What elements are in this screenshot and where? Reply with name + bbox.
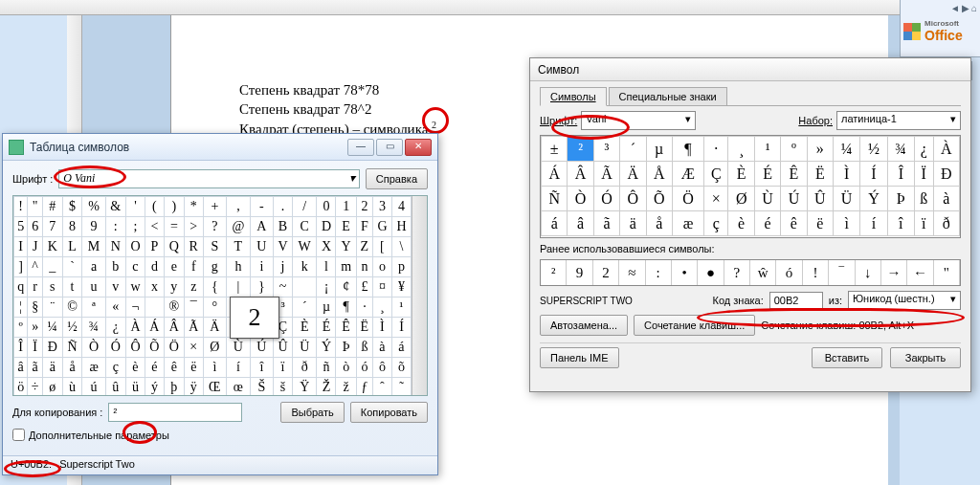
charmap-cell[interactable]: Â [164,318,184,338]
charmap-cell[interactable]: ö [14,378,28,396]
symbol-cell[interactable]: ã [593,211,619,236]
charmap-cell[interactable]: ÷ [28,378,43,396]
charmap-cell[interactable]: 7 [42,217,62,237]
symbol-cell[interactable]: ì [833,211,859,236]
symbol-cell[interactable]: Ä [620,162,646,187]
charmap-cell[interactable]: F [356,217,372,237]
charmap-cell[interactable]: ð [292,358,317,378]
copy-input[interactable] [108,403,242,422]
charmap-cell[interactable]: ¬ [125,298,145,318]
charmap-cell[interactable]: è [125,358,145,378]
charmap-cell[interactable]: ¦ [14,298,28,318]
charmap-cell[interactable]: œ [226,378,250,396]
charmap-cell[interactable]: Ì [372,318,391,338]
symbol-cell[interactable]: ¹ [754,137,780,162]
charmap-cell[interactable]: ß [356,338,372,358]
charmap-cell[interactable]: p [391,257,411,277]
scrollbar[interactable] [412,196,427,395]
symbol-cell[interactable]: Å [646,162,672,187]
charmap-cell[interactable]: à [372,338,391,358]
charmap-cell[interactable]: ¢ [336,277,356,298]
charmap-cell[interactable]: z [184,277,203,298]
charmap-cell[interactable]: Š [250,378,273,396]
charmap-cell[interactable]: ˜ [391,378,411,396]
symbol-cell[interactable]: ± [542,137,568,162]
charmap-cell[interactable]: Ï [28,338,43,358]
charmap-cell[interactable]: ® [164,298,184,318]
symbol-cell[interactable]: é [754,211,780,236]
symbol-cell[interactable]: Ì [833,162,859,187]
charmap-cell[interactable]: ˆ [372,378,391,396]
charmap-cell[interactable]: 0 [317,197,336,217]
charmap-cell[interactable]: 8 [62,217,82,237]
charmap-cell[interactable]: Õ [145,338,164,358]
charmap-cell[interactable]: È [292,318,317,338]
charmap-cell[interactable]: ¾ [82,318,105,338]
charmap-cell[interactable]: Ñ [62,338,82,358]
charmap-cell[interactable]: / [292,197,317,217]
charmap-cell[interactable]: º [14,318,28,338]
symbol-cell[interactable]: » [807,137,833,162]
symbol-cell[interactable]: Ã [593,162,619,187]
code-input[interactable] [769,292,823,309]
charmap-cell[interactable]: ] [14,257,28,277]
symbol-cell[interactable]: ß [914,187,933,211]
symbol-cell[interactable]: Ê [781,162,807,187]
charmap-cell[interactable]: õ [391,358,411,378]
charmap-cell[interactable]: À [125,318,145,338]
symbol-grid[interactable]: ±²³´µ¶·¸¹º»¼½¾¿ÀÁÂÃÄÅÆÇÈÉÊËÌÍÎÏÐÑÒÓÔÕÖ×Ø… [540,135,961,238]
copy-button[interactable]: Копировать [350,402,428,423]
symbol-cell[interactable]: Õ [646,187,672,211]
charmap-cell[interactable]: t [62,277,82,298]
symbol-cell[interactable]: å [646,211,672,236]
charmap-cell[interactable]: ¿ [105,318,125,338]
charmap-cell[interactable]: n [356,257,372,277]
charmap-cell[interactable]: ø [42,378,62,396]
charmap-cell[interactable]: É [317,318,336,338]
charmap-cell[interactable]: ¸ [372,298,391,318]
recent-char[interactable]: " [934,260,960,285]
charmap-cell[interactable]: P [145,237,164,257]
charmap-cell[interactable]: ­ [145,298,164,318]
charmap-cell[interactable]: J [28,237,43,257]
charmap-grid[interactable]: !"#$%&'()*+,-./0123456789:;<=>?@ABCDEFGH… [12,195,428,396]
symbol-cell[interactable]: ë [807,211,833,236]
charmap-cell[interactable]: Þ [336,338,356,358]
charmap-cell[interactable]: Ë [356,318,372,338]
symbol-cell[interactable]: ½ [860,137,887,162]
charmap-cell[interactable]: å [62,358,82,378]
charmap-cell[interactable]: 4 [391,197,411,217]
symbol-cell[interactable]: · [704,137,728,162]
recent-char[interactable]: ↓ [856,260,881,285]
charmap-cell[interactable]: # [42,197,62,217]
charmap-cell[interactable]: Ó [105,338,125,358]
symbol-cell[interactable]: Â [568,162,593,187]
charmap-cell[interactable]: Z [356,237,372,257]
charmap-cell[interactable]: Ä [203,318,226,338]
charmap-cell[interactable]: Ü [292,338,317,358]
symbol-cell[interactable]: ³ [593,137,619,162]
charmap-cell[interactable]: ¹ [391,298,411,318]
charmap-cell[interactable]: š [274,378,293,396]
charmap-cell[interactable]: ; [125,217,145,237]
charmap-cell[interactable]: 2 [356,197,372,217]
charmap-cell[interactable]: ä [42,358,62,378]
charmap-cell[interactable]: á [391,338,411,358]
symbol-cell[interactable]: Ù [754,187,780,211]
charmap-cell[interactable]: r [28,277,43,298]
symbol-cell[interactable]: Ú [781,187,807,211]
charmap-cell[interactable]: . [274,197,293,217]
charmap-titlebar[interactable]: Таблица символов ― ▭ ✕ [3,134,437,161]
charmap-cell[interactable]: 3 [372,197,391,217]
symbol-cell[interactable]: Ñ [542,187,568,211]
charmap-cell[interactable]: ` [62,257,82,277]
charmap-cell[interactable]: ó [356,358,372,378]
symbol-cell[interactable]: ¾ [887,137,914,162]
charmap-cell[interactable]: C [292,217,317,237]
charmap-cell[interactable]: \ [391,237,411,257]
charmap-cell[interactable]: i [250,257,273,277]
recent-char[interactable]: ‾ [829,260,855,285]
symbol-cell[interactable]: Ý [860,187,887,211]
home-icon[interactable]: ⌂ [971,3,977,13]
charmap-cell[interactable]: í [226,358,250,378]
